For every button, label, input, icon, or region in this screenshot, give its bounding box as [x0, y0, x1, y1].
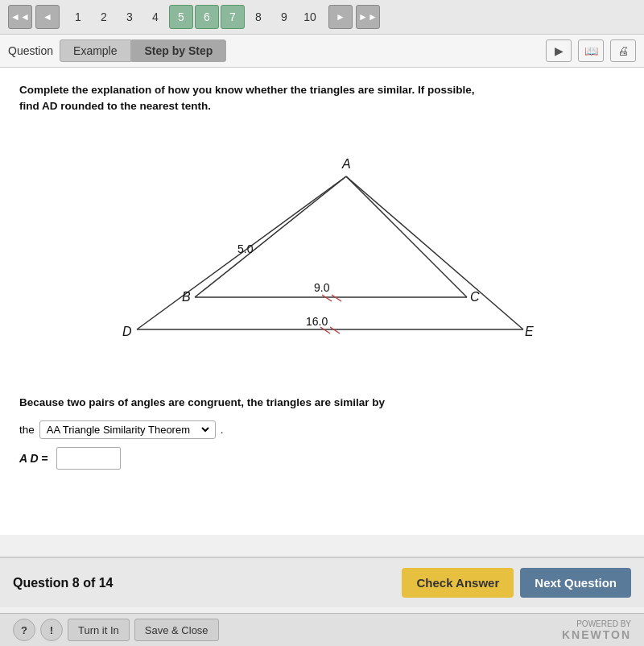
- page-1[interactable]: 1: [66, 5, 90, 29]
- svg-line-4: [346, 176, 467, 297]
- ad-input[interactable]: [56, 447, 121, 470]
- answer-section: Because two pairs of angles are congruen…: [19, 386, 625, 478]
- the-label: the: [19, 424, 35, 436]
- svg-line-6: [322, 295, 332, 301]
- top-navigation: ◄◄ ◄ 1 2 3 4 5 6 7 8 9 10 ► ►►: [0, 0, 644, 35]
- svg-line-7: [332, 295, 341, 301]
- print-icon-button[interactable]: 🖨: [610, 39, 636, 62]
- tab-step-by-step[interactable]: Step by Step: [131, 39, 227, 62]
- main-content: Complete the explanation of how you know…: [0, 68, 644, 535]
- powered-by-section: POWERED BY KNEWTON: [562, 619, 631, 641]
- page-6[interactable]: 6: [195, 5, 219, 29]
- page-numbers: 1 2 3 4 5 6 7 8 9 10: [66, 5, 322, 29]
- question-tab-label: Question: [8, 44, 53, 57]
- save-close-button[interactable]: Save & Close: [134, 619, 219, 641]
- page-7[interactable]: 7: [221, 5, 245, 29]
- label-bc: 9.0: [314, 281, 330, 294]
- next-page-button[interactable]: ►: [328, 5, 353, 29]
- svg-line-1: [346, 176, 523, 329]
- label-b: B: [182, 290, 191, 304]
- prev-page-button[interactable]: ◄: [35, 5, 60, 29]
- bottom-buttons: ? ! Turn it In Save & Close: [13, 619, 219, 641]
- label-d: D: [122, 325, 132, 338]
- action-buttons: Check Answer Next Question: [402, 568, 631, 598]
- exclamation-button[interactable]: !: [40, 619, 63, 641]
- ad-row: A D =: [19, 447, 625, 470]
- theorem-select[interactable]: AA Triangle Similarity Theorem SAS Trian…: [43, 423, 212, 437]
- question-mark-button[interactable]: ?: [13, 619, 35, 641]
- next-question-button[interactable]: Next Question: [520, 568, 631, 598]
- page-10[interactable]: 10: [298, 5, 322, 29]
- label-e: E: [525, 325, 534, 338]
- triangle-svg: A B C D E 5.0 9.0 16.0: [72, 128, 572, 370]
- tab-icon-group: ▶ 📖 🖨: [546, 39, 636, 62]
- svg-line-8: [320, 327, 330, 333]
- page-3[interactable]: 3: [118, 5, 142, 29]
- label-a: A: [341, 157, 351, 171]
- book-icon-button[interactable]: 📖: [578, 39, 604, 62]
- page-9[interactable]: 9: [272, 5, 296, 29]
- geometry-diagram: A B C D E 5.0 9.0 16.0: [19, 128, 625, 370]
- theorem-explanation: Because two pairs of angles are congruen…: [19, 394, 625, 412]
- play-icon-button[interactable]: ▶: [546, 39, 572, 62]
- bottom-action-bar: Question 8 of 14 Check Answer Next Quest…: [0, 557, 644, 607]
- turn-it-in-button[interactable]: Turn it In: [68, 619, 130, 641]
- question-text: Complete the explanation of how you know…: [19, 82, 625, 115]
- first-page-button[interactable]: ◄◄: [8, 5, 32, 29]
- page-2[interactable]: 2: [92, 5, 116, 29]
- powered-by-label: POWERED BY: [562, 619, 631, 628]
- page-4[interactable]: 4: [143, 5, 167, 29]
- check-answer-button[interactable]: Check Answer: [402, 568, 514, 598]
- label-de: 16.0: [306, 315, 328, 328]
- question-counter: Question 8 of 14: [13, 576, 113, 590]
- period-label: .: [221, 424, 224, 436]
- page-8[interactable]: 8: [246, 5, 270, 29]
- svg-line-9: [330, 327, 340, 333]
- page-5[interactable]: 5: [169, 5, 193, 29]
- very-bottom-bar: ? ! Turn it In Save & Close POWERED BY K…: [0, 613, 644, 646]
- last-page-button[interactable]: ►►: [356, 5, 380, 29]
- tab-bar: Question Example Step by Step ▶ 📖 🖨: [0, 35, 644, 68]
- tab-example[interactable]: Example: [60, 39, 130, 62]
- label-c: C: [470, 290, 480, 304]
- ad-label: A D =: [19, 452, 48, 465]
- svg-line-3: [195, 176, 346, 297]
- brand-label: KNEWTON: [562, 628, 631, 641]
- label-ab: 5.0: [237, 242, 254, 255]
- theorem-dropdown-container[interactable]: AA Triangle Similarity Theorem SAS Trian…: [39, 420, 216, 439]
